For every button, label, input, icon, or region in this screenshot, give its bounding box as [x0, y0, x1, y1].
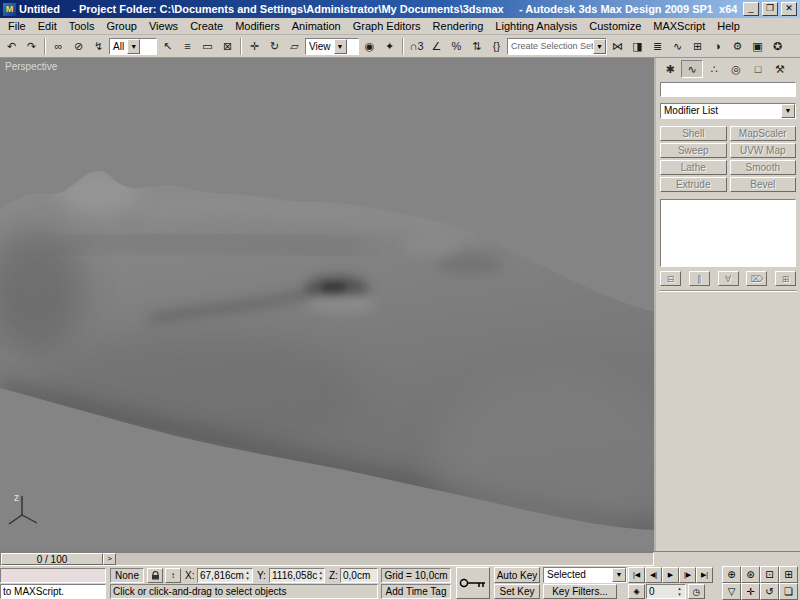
extrude-modifier-button[interactable]: Extrude: [660, 177, 727, 192]
menu-lighting-analysis[interactable]: Lighting Analysis: [489, 18, 583, 34]
select-object-icon[interactable]: ↖: [158, 37, 177, 56]
named-selection-sets-dropdown[interactable]: Create Selection Set ▼: [507, 38, 607, 55]
previous-frame-button[interactable]: ◀|: [645, 567, 662, 583]
go-to-start-button[interactable]: |◀: [628, 567, 645, 583]
selection-lock-toggle[interactable]: [147, 568, 163, 583]
set-key-button[interactable]: Set Key: [494, 584, 540, 599]
z-coordinate-field[interactable]: 0,0cm: [340, 568, 378, 583]
zoom-icon[interactable]: ⊕: [722, 566, 741, 583]
maximize-viewport-toggle-icon[interactable]: ❏: [779, 583, 798, 600]
key-mode-toggle-button[interactable]: ◈: [628, 584, 645, 599]
time-slider-track[interactable]: 0 / 100 >: [0, 552, 654, 566]
maximize-button[interactable]: ❐: [762, 2, 778, 16]
rectangular-selection-region-icon[interactable]: ▭: [198, 37, 217, 56]
pin-stack-button[interactable]: ⊟: [660, 271, 681, 286]
spinner-icon[interactable]: ▴▾: [244, 569, 251, 582]
next-frame-button[interactable]: |▶: [679, 567, 696, 583]
select-and-manipulate-icon[interactable]: ✦: [380, 37, 399, 56]
quick-render-icon[interactable]: ✪: [768, 37, 787, 56]
window-crossing-icon[interactable]: ⊠: [218, 37, 237, 56]
angle-snap-icon[interactable]: ∠: [427, 37, 446, 56]
chevron-down-icon[interactable]: ▼: [334, 39, 347, 54]
tab-hierarchy-icon[interactable]: ∴: [703, 60, 725, 78]
next-frame-arrow-button[interactable]: >: [103, 553, 116, 565]
tab-utilities-icon[interactable]: ⚒: [769, 60, 791, 78]
bevel-modifier-button[interactable]: Bevel: [730, 177, 797, 192]
object-name-field[interactable]: [660, 82, 796, 97]
key-filter-selected-dropdown[interactable]: Selected ▼: [543, 567, 627, 583]
macro-recorder-line[interactable]: [0, 568, 106, 583]
modifier-stack-list[interactable]: [660, 199, 796, 267]
perspective-viewport[interactable]: Perspective: [0, 58, 654, 551]
percent-snap-icon[interactable]: %: [447, 37, 466, 56]
modifier-list-dropdown[interactable]: Modifier List ▼: [660, 103, 796, 119]
mapscaler-modifier-button[interactable]: MapScaler: [730, 126, 797, 141]
zoom-all-icon[interactable]: ⊛: [741, 566, 760, 583]
show-end-result-button[interactable]: ∥: [689, 271, 710, 286]
unlink-selection-icon[interactable]: ⊘: [69, 37, 88, 56]
sweep-modifier-button[interactable]: Sweep: [660, 143, 727, 158]
auto-key-button[interactable]: Auto Key: [494, 567, 540, 583]
edit-named-selection-sets-icon[interactable]: {}: [487, 37, 506, 56]
play-button[interactable]: ▶: [662, 567, 679, 583]
redo-icon[interactable]: ↷: [22, 37, 41, 56]
align-icon[interactable]: ◨: [628, 37, 647, 56]
menu-graph-editors[interactable]: Graph Editors: [347, 18, 427, 34]
select-and-link-icon[interactable]: ∞: [49, 37, 68, 56]
use-pivot-point-center-icon[interactable]: ◉: [360, 37, 379, 56]
schematic-view-icon[interactable]: ⊞: [688, 37, 707, 56]
chevron-down-icon[interactable]: ▼: [612, 568, 626, 582]
make-unique-button[interactable]: ∀: [718, 271, 739, 286]
current-frame-field[interactable]: 0▴▾: [646, 584, 686, 599]
select-and-scale-icon[interactable]: ▱: [285, 37, 304, 56]
time-configuration-button[interactable]: ◷: [688, 584, 705, 599]
x-coordinate-field[interactable]: 67,816cm▴▾: [197, 568, 253, 583]
menu-help[interactable]: Help: [711, 18, 746, 34]
tab-motion-icon[interactable]: ◎: [725, 60, 747, 78]
spinner-snap-icon[interactable]: ⇅: [467, 37, 486, 56]
menu-maxscript[interactable]: MAXScript: [647, 18, 711, 34]
select-and-rotate-icon[interactable]: ↻: [265, 37, 284, 56]
minimize-button[interactable]: _: [743, 2, 759, 16]
configure-modifier-sets-button[interactable]: ⊞: [775, 271, 796, 286]
select-and-move-icon[interactable]: ✛: [245, 37, 264, 56]
add-time-tag[interactable]: Add Time Tag: [381, 584, 451, 599]
zoom-extents-all-icon[interactable]: ⊞: [779, 566, 798, 583]
snaps-toggle-icon[interactable]: ∩3: [407, 37, 426, 56]
menu-modifiers[interactable]: Modifiers: [229, 18, 286, 34]
menu-rendering[interactable]: Rendering: [427, 18, 490, 34]
select-by-name-icon[interactable]: ≡: [178, 37, 197, 56]
rendered-frame-window-icon[interactable]: ▣: [748, 37, 767, 56]
zoom-extents-icon[interactable]: ⊡: [760, 566, 779, 583]
menu-tools[interactable]: Tools: [63, 18, 101, 34]
undo-icon[interactable]: ↶: [2, 37, 21, 56]
chevron-down-icon[interactable]: ▼: [127, 39, 140, 54]
chevron-down-icon[interactable]: ▼: [593, 39, 606, 54]
mirror-icon[interactable]: ⋈: [608, 37, 627, 56]
menu-animation[interactable]: Animation: [286, 18, 347, 34]
field-of-view-icon[interactable]: ▽: [722, 583, 741, 600]
selection-filter-dropdown[interactable]: All ▼: [109, 38, 157, 55]
close-button[interactable]: ✕: [781, 2, 797, 16]
y-coordinate-field[interactable]: 1116,058c▴▾: [269, 568, 325, 583]
tab-display-icon[interactable]: □: [747, 60, 769, 78]
spinner-icon[interactable]: ▴▾: [676, 585, 683, 598]
bind-to-space-warp-icon[interactable]: ↯: [89, 37, 108, 56]
arc-rotate-icon[interactable]: ↺: [760, 583, 779, 600]
time-slider-handle[interactable]: 0 / 100: [1, 553, 103, 565]
shell-modifier-button[interactable]: Shell: [660, 126, 727, 141]
remove-modifier-button[interactable]: ⌦: [746, 271, 767, 286]
menu-views[interactable]: Views: [143, 18, 184, 34]
reference-coordinate-system-dropdown[interactable]: View ▼: [305, 38, 359, 55]
set-keys-button[interactable]: [456, 567, 490, 599]
go-to-end-button[interactable]: ▶|: [696, 567, 713, 583]
tab-modify-icon[interactable]: ∿: [681, 60, 703, 78]
smooth-modifier-button[interactable]: Smooth: [730, 160, 797, 175]
spinner-icon[interactable]: ▴▾: [317, 569, 324, 582]
absolute-offset-mode-toggle[interactable]: ↕: [165, 568, 181, 583]
menu-customize[interactable]: Customize: [583, 18, 647, 34]
terrain-object[interactable]: [0, 58, 654, 551]
key-filters-button[interactable]: Key Filters...: [543, 584, 617, 599]
viewport-label[interactable]: Perspective: [5, 61, 57, 72]
maxscript-listener-line[interactable]: to MAXScript.: [0, 584, 106, 599]
